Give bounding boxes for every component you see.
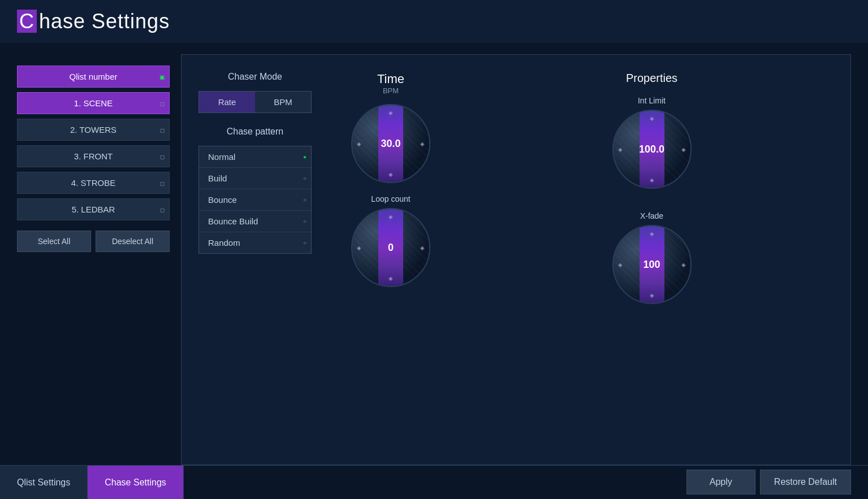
qlist-panel: Qlist number 1. SCENE 2. TOWERS 3. FRONT…	[17, 54, 170, 465]
int-limit-item: Int Limit ◈ ◈ ◈ ◈ 100.0	[612, 96, 692, 200]
x-fade-knob-tick-left: ◈	[618, 262, 623, 268]
qlist-item-5[interactable]: 5. LEDBAR	[17, 198, 170, 220]
qlist-item-4[interactable]: 4. STROBE	[17, 172, 170, 194]
int-limit-knob-bg: ◈ ◈ ◈ ◈ 100.0	[612, 110, 692, 189]
mode-tab-rate[interactable]: Rate	[199, 92, 255, 112]
x-fade-knob-value: 100	[643, 259, 660, 271]
pattern-item-normal[interactable]: Normal	[199, 146, 311, 168]
mode-tab-bpm[interactable]: BPM	[255, 92, 311, 112]
title-rest: hase Settings	[39, 10, 170, 33]
qlist-item-3[interactable]: 3. FRONT	[17, 145, 170, 167]
int-limit-label: Int Limit	[638, 96, 666, 105]
deselect-all-button[interactable]: Deselect All	[96, 231, 170, 252]
bpm-knob-tick-bottom: ◈	[388, 171, 393, 177]
footer-tab-qlist[interactable]: Qlist Settings	[0, 466, 88, 499]
pattern-list: Normal Build Bounce Bounce Build Random	[198, 146, 312, 254]
properties-title: Properties	[626, 72, 677, 85]
chase-pattern-section: Chase pattern Normal Build Bounce Bounce…	[198, 127, 312, 254]
pattern-item-bounce[interactable]: Bounce	[199, 189, 311, 211]
x-fade-knob-tick-top: ◈	[650, 231, 654, 237]
bpm-knob-tick-top: ◈	[388, 110, 393, 116]
loop-count-knob-bg: ◈ ◈ ◈ ◈ 0	[351, 208, 430, 287]
loop-count-knob-tick-left: ◈	[357, 245, 361, 251]
pattern-item-bounce-build[interactable]: Bounce Build	[199, 211, 311, 232]
time-title: Time	[377, 72, 404, 86]
bpm-knob-tick-left: ◈	[357, 141, 361, 147]
footer-tab-chase[interactable]: Chase Settings	[88, 466, 184, 499]
int-limit-knob-tick-right: ◈	[681, 146, 686, 153]
bpm-knob-tick-right: ◈	[420, 141, 425, 147]
properties-section: Properties Int Limit ◈ ◈ ◈ ◈ 10	[470, 72, 834, 448]
qlist-buttons: Select All Deselect All	[17, 231, 170, 252]
x-fade-item: X-fade ◈ ◈ ◈ ◈ 100	[612, 211, 692, 315]
x-fade-knob-bg: ◈ ◈ ◈ ◈ 100	[612, 225, 692, 304]
x-fade-knob-tick-right: ◈	[681, 262, 686, 268]
chase-pattern-label: Chase pattern	[198, 127, 312, 137]
time-subtitle: BPM	[383, 86, 399, 95]
mode-tabs: Rate BPM	[198, 91, 312, 113]
title-accent: C	[17, 10, 37, 33]
int-limit-knob[interactable]: ◈ ◈ ◈ ◈ 100.0	[612, 110, 692, 189]
loop-count-knob-value: 0	[388, 242, 394, 254]
qlist-header: Qlist number	[17, 66, 170, 88]
properties-grid: Int Limit ◈ ◈ ◈ ◈ 100.0	[470, 96, 834, 315]
chaser-mode-label: Chaser Mode	[198, 72, 312, 82]
qlist-item-2[interactable]: 2. TOWERS	[17, 119, 170, 141]
footer-tabs: Qlist Settings Chase Settings	[0, 465, 868, 499]
x-fade-label: X-fade	[640, 211, 663, 220]
main-panel: Chaser Mode Rate BPM Chase pattern Norma…	[181, 54, 851, 465]
pattern-item-random[interactable]: Random	[199, 232, 311, 253]
loop-count-knob-tick-bottom: ◈	[388, 275, 393, 281]
x-fade-knob-tick-bottom: ◈	[650, 292, 654, 298]
int-limit-knob-tick-left: ◈	[618, 146, 623, 153]
int-limit-knob-tick-bottom: ◈	[650, 177, 654, 183]
int-limit-knob-value: 100.0	[639, 144, 664, 155]
loop-count-knob[interactable]: ◈ ◈ ◈ ◈ 0	[351, 208, 430, 287]
content-area: Qlist number 1. SCENE 2. TOWERS 3. FRONT…	[0, 43, 868, 465]
bpm-knob[interactable]: ◈ ◈ ◈ ◈ 30.0	[351, 104, 430, 183]
pattern-item-build[interactable]: Build	[199, 168, 311, 189]
int-limit-knob-tick-top: ◈	[650, 115, 654, 122]
select-all-button[interactable]: Select All	[17, 231, 91, 252]
bpm-knob-value: 30.0	[381, 138, 400, 150]
loop-count-knob-tick-top: ◈	[388, 214, 393, 220]
page-title: Chase Settings	[17, 10, 170, 33]
loop-count-label: Loop count	[371, 194, 410, 203]
loop-count-knob-tick-right: ◈	[420, 245, 425, 251]
x-fade-knob[interactable]: ◈ ◈ ◈ ◈ 100	[612, 225, 692, 304]
header: Chase Settings	[0, 0, 868, 43]
time-section: Time BPM ◈ ◈ ◈ ◈ 30.0 Loop count	[334, 72, 447, 448]
bpm-knob-bg: ◈ ◈ ◈ ◈ 30.0	[351, 104, 430, 183]
chaser-section: Chaser Mode Rate BPM Chase pattern Norma…	[198, 72, 312, 448]
qlist-item-1[interactable]: 1. SCENE	[17, 92, 170, 114]
